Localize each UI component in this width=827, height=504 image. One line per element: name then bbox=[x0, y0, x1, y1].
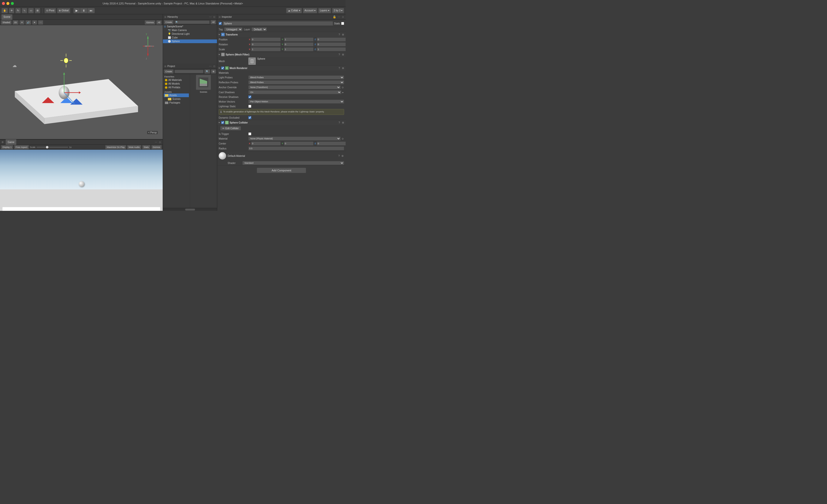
stats-button[interactable]: Stats bbox=[142, 145, 150, 150]
game-panel-max[interactable]: □ bbox=[159, 141, 161, 144]
hierarchy-create-button[interactable]: Create bbox=[164, 20, 174, 24]
mesh-renderer-enable-checkbox[interactable] bbox=[221, 67, 224, 69]
2d-button[interactable]: 2D bbox=[13, 20, 18, 25]
hierarchy-item-main-camera[interactable]: 📷 Main Camera bbox=[163, 29, 217, 32]
project-all-prefabs[interactable]: All Prefabs bbox=[164, 86, 189, 89]
center-z-input[interactable] bbox=[317, 142, 346, 146]
play-button[interactable]: ▶ bbox=[73, 8, 80, 13]
mesh-renderer-help-button[interactable]: ? bbox=[338, 67, 340, 69]
edit-collider-button[interactable]: ✏ Edit Collider bbox=[220, 126, 241, 130]
rotate-tool[interactable]: ↻ bbox=[15, 8, 21, 13]
shaded-button[interactable]: Shaded bbox=[1, 20, 12, 25]
center-y-input[interactable] bbox=[284, 142, 313, 146]
inspector-lock-button[interactable]: 🔓 bbox=[333, 15, 336, 18]
hierarchy-all-button[interactable]: All bbox=[210, 20, 216, 24]
project-create-button[interactable]: Create bbox=[164, 69, 174, 74]
material-preview-sphere[interactable] bbox=[219, 152, 226, 160]
center-x-input[interactable] bbox=[251, 142, 281, 146]
project-search-icon[interactable]: 🔍 bbox=[204, 69, 210, 74]
project-panel-menu[interactable]: ⋯ bbox=[209, 65, 212, 67]
move-tool[interactable]: ✛ bbox=[9, 8, 14, 13]
account-button[interactable]: Account ▾ bbox=[303, 8, 317, 13]
hierarchy-panel-max[interactable]: □ bbox=[213, 15, 215, 18]
transform-header[interactable]: ▼ ⊕ Transform ? ⚙ bbox=[217, 32, 346, 37]
hierarchy-item-sphere[interactable]: ⚪ Sphere bbox=[163, 40, 217, 43]
cast-shadows-select[interactable]: On bbox=[248, 90, 341, 94]
scenes-thumbnail[interactable] bbox=[196, 75, 211, 90]
sphere-collider-settings-button[interactable]: ⚙ bbox=[341, 121, 345, 124]
pause-button[interactable]: ⏸ bbox=[80, 8, 87, 13]
mesh-filter-settings-button[interactable]: ⚙ bbox=[341, 53, 345, 56]
scene-canvas-area[interactable]: ☁ y x z bbox=[0, 25, 163, 139]
scene-extras-button[interactable]: ⋯ bbox=[38, 20, 43, 25]
add-component-button[interactable]: Add Component bbox=[257, 168, 306, 173]
scale-slider[interactable] bbox=[37, 147, 68, 148]
layout-button[interactable]: 2 by 3 ▾ bbox=[332, 8, 344, 13]
audio-button[interactable]: 🔊 bbox=[26, 20, 31, 25]
material-settings-button[interactable]: ⚙ bbox=[341, 155, 344, 157]
light-probes-select[interactable]: Blend Probes bbox=[248, 75, 344, 79]
collider-material-select[interactable]: None (Physic Material) bbox=[248, 136, 341, 141]
rot-x-input[interactable] bbox=[251, 42, 281, 46]
motion-vectors-select[interactable]: Per Object Motion bbox=[248, 100, 344, 104]
pivot-button[interactable]: ⊙ Pivot bbox=[44, 8, 56, 13]
maximize-on-play-button[interactable]: Maximize On Play bbox=[105, 145, 126, 150]
close-button[interactable] bbox=[2, 2, 5, 5]
object-active-checkbox[interactable] bbox=[219, 22, 222, 25]
rect-tool[interactable]: ▭ bbox=[28, 8, 34, 13]
tag-dropdown[interactable]: Untagged bbox=[224, 27, 242, 31]
hierarchy-item-cube[interactable]: ⬜ Cube bbox=[163, 36, 217, 40]
shader-select[interactable]: Standard bbox=[242, 161, 344, 165]
maximize-button[interactable] bbox=[11, 2, 14, 5]
minimize-button[interactable] bbox=[6, 2, 9, 5]
project-all-models[interactable]: All Models bbox=[164, 82, 189, 86]
dynamic-occluded-checkbox[interactable] bbox=[248, 116, 251, 119]
all-button[interactable]: All bbox=[156, 20, 162, 25]
collider-material-target[interactable]: ⊙ bbox=[341, 136, 344, 141]
layers-button[interactable]: Layers ▾ bbox=[318, 8, 331, 13]
sphere-collider-header[interactable]: ▼ ⬡ Sphere Collider ? ⚙ bbox=[217, 120, 346, 125]
project-tab[interactable]: Project bbox=[167, 65, 175, 67]
pos-x-input[interactable] bbox=[251, 38, 281, 42]
rot-y-input[interactable] bbox=[284, 42, 313, 46]
project-filter-button[interactable]: ⊕ bbox=[211, 69, 216, 74]
rot-z-input[interactable] bbox=[317, 42, 346, 46]
aspect-button[interactable]: Free Aspect bbox=[14, 145, 29, 150]
scene-tab[interactable]: Scene bbox=[1, 14, 12, 20]
inspector-tab[interactable]: Inspector bbox=[222, 15, 232, 18]
scale-tool[interactable]: ⤡ bbox=[22, 8, 27, 13]
mute-audio-button[interactable]: Mute Audio bbox=[127, 145, 141, 150]
cast-shadows-extra[interactable]: ▸ bbox=[342, 90, 344, 94]
project-all-materials[interactable]: All Materials bbox=[164, 78, 189, 82]
hierarchy-panel-menu[interactable]: ⋯ bbox=[209, 15, 212, 18]
pos-z-input[interactable] bbox=[317, 38, 346, 42]
scale-x-input[interactable] bbox=[251, 47, 281, 51]
sphere-collider-enable-checkbox[interactable] bbox=[221, 121, 224, 124]
inspector-panel-max[interactable]: □ bbox=[342, 15, 344, 18]
game-gizmos-button[interactable]: Gizmos bbox=[151, 145, 162, 150]
hierarchy-scene-root[interactable]: ⊟ SampleScene* bbox=[163, 25, 217, 29]
hierarchy-item-directional-light[interactable]: 💡 Directional Light bbox=[163, 32, 217, 36]
object-name-input[interactable] bbox=[223, 21, 333, 25]
reflection-probes-select[interactable]: Blend Probes bbox=[248, 80, 344, 84]
light-button[interactable]: ☀ bbox=[19, 20, 25, 25]
project-packages-folder[interactable]: Packages bbox=[164, 101, 189, 105]
material-help-button[interactable]: ? bbox=[338, 155, 340, 157]
is-trigger-checkbox[interactable] bbox=[248, 132, 251, 135]
anchor-override-target-button[interactable]: ⊙ bbox=[341, 85, 344, 89]
game-panel-menu[interactable]: ⋯ bbox=[154, 141, 158, 144]
inspector-panel-menu[interactable]: ⋯ bbox=[337, 15, 341, 18]
radius-input[interactable] bbox=[248, 147, 344, 151]
project-assets-folder[interactable]: Assets bbox=[164, 94, 189, 97]
sphere-collider-help-button[interactable]: ? bbox=[338, 121, 340, 124]
mesh-renderer-header[interactable]: ▼ ⊞ Mesh Renderer ? ⚙ bbox=[217, 66, 346, 70]
collab-button[interactable]: ☁ Collab ▾ bbox=[286, 8, 302, 13]
vfx-button[interactable]: ✦ bbox=[32, 20, 37, 25]
scale-y-input[interactable] bbox=[284, 47, 313, 51]
static-checkbox[interactable] bbox=[341, 22, 344, 25]
transform-help-button[interactable]: ? bbox=[338, 33, 340, 36]
mesh-renderer-settings-button[interactable]: ⚙ bbox=[341, 67, 345, 69]
lightmap-static-checkbox[interactable] bbox=[248, 105, 251, 108]
game-canvas[interactable] bbox=[0, 150, 163, 211]
pos-y-input[interactable] bbox=[284, 38, 313, 42]
